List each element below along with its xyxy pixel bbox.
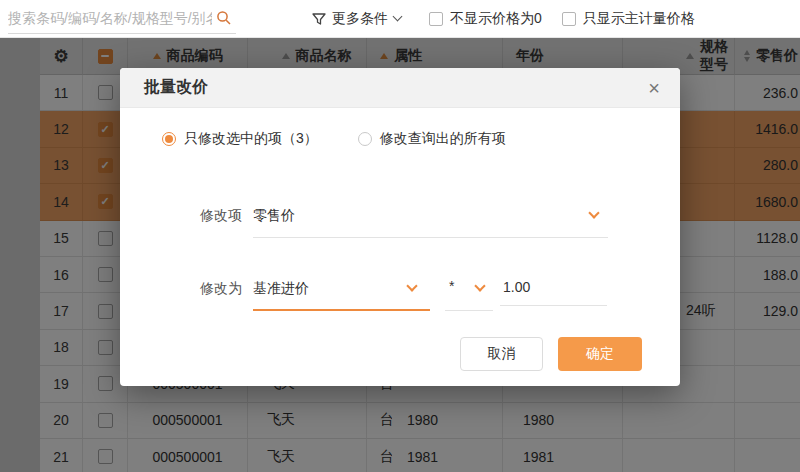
radio-on-icon — [162, 132, 176, 146]
multiplier-input[interactable] — [500, 274, 607, 306]
chevron-down-icon[interactable] — [474, 280, 485, 291]
chevron-down-icon — [393, 12, 403, 22]
close-icon[interactable]: × — [648, 78, 660, 98]
field-select-underline — [253, 237, 608, 238]
chevron-down-icon[interactable] — [588, 207, 599, 218]
toolbar: 更多条件 不显示价格为0 只显示主计量价格 — [0, 0, 800, 38]
modify-field-select[interactable]: 零售价 — [253, 207, 295, 225]
checkbox-icon — [429, 12, 443, 26]
modify-to-label: 修改为 — [198, 280, 242, 298]
modal-header: 批量改价 × — [120, 68, 680, 108]
search-icon[interactable] — [216, 10, 232, 26]
search-input[interactable] — [8, 10, 212, 26]
base-price-select[interactable]: 基准进价 — [253, 280, 309, 298]
operator-underline — [445, 310, 493, 311]
operator-select[interactable]: * — [449, 278, 454, 294]
cancel-button[interactable]: 取消 — [460, 337, 543, 371]
base-price-underline — [253, 309, 430, 311]
confirm-button[interactable]: 确定 — [558, 337, 642, 371]
main-unit-only-checkbox[interactable]: 只显示主计量价格 — [562, 10, 695, 28]
modal-body: 只修改选中的项（3） 修改查询出的所有项 修改项 零售价 修改为 基准进价 * … — [120, 108, 680, 386]
modify-field-label: 修改项 — [198, 207, 242, 225]
radio-all-queried-items[interactable]: 修改查询出的所有项 — [358, 130, 506, 148]
app-window: 更多条件 不显示价格为0 只显示主计量价格 ⚙商品编码商品名称属性年份规格型号零… — [0, 0, 800, 472]
scope-radio-group: 只修改选中的项（3） 修改查询出的所有项 — [162, 130, 506, 148]
chevron-down-icon[interactable] — [406, 280, 417, 291]
more-filters-button[interactable]: 更多条件 — [312, 10, 401, 28]
radio-off-icon — [358, 132, 372, 146]
radio-selected-items[interactable]: 只修改选中的项（3） — [162, 130, 318, 148]
batch-reprice-modal: 批量改价 × 只修改选中的项（3） 修改查询出的所有项 修改项 零售价 修改为 — [120, 68, 680, 386]
hide-zero-price-checkbox[interactable]: 不显示价格为0 — [429, 10, 542, 28]
main-unit-only-label: 只显示主计量价格 — [583, 10, 695, 28]
modal-title: 批量改价 — [144, 77, 208, 98]
filter-funnel-icon — [312, 12, 326, 26]
checkbox-icon — [562, 12, 576, 26]
hide-zero-price-label: 不显示价格为0 — [450, 10, 542, 28]
radio-selected-label: 只修改选中的项（3） — [184, 130, 318, 148]
radio-all-label: 修改查询出的所有项 — [380, 130, 506, 148]
search-box[interactable] — [8, 4, 236, 34]
more-filters-label: 更多条件 — [332, 10, 388, 28]
